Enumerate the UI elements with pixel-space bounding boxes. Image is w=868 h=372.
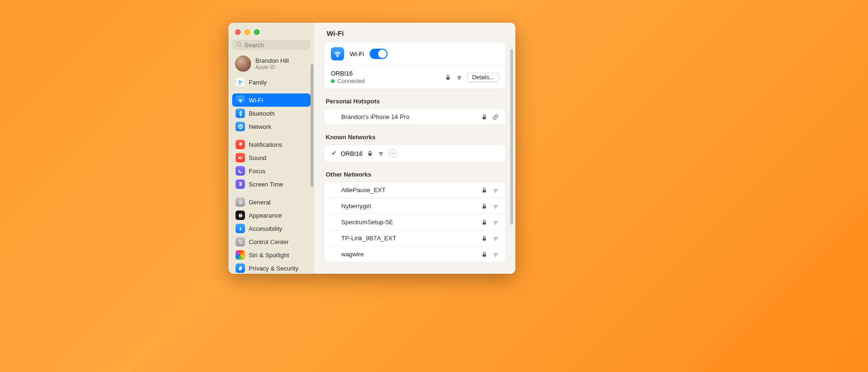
main-scrollbar[interactable] bbox=[510, 49, 513, 225]
search-input[interactable] bbox=[244, 42, 314, 49]
svg-point-11 bbox=[239, 240, 240, 241]
svg-point-31 bbox=[495, 239, 496, 240]
page-title: Wi-Fi bbox=[314, 23, 515, 42]
siri-icon bbox=[236, 250, 245, 260]
lock-icon bbox=[481, 235, 488, 242]
wifi-header-label: Wi-Fi bbox=[350, 51, 364, 58]
wifi-signal-icon bbox=[492, 235, 499, 242]
svg-point-12 bbox=[241, 242, 242, 243]
sidebar-item-appearance[interactable]: Appearance bbox=[232, 209, 311, 222]
other-network-row[interactable]: AlliePause_EXT bbox=[324, 182, 506, 198]
svg-point-3 bbox=[241, 81, 242, 82]
wifi-signal-icon bbox=[492, 219, 499, 226]
sidebar-item-accessibility[interactable]: Accessibility bbox=[232, 222, 311, 235]
svg-point-8 bbox=[240, 226, 241, 227]
details-button[interactable]: Details... bbox=[467, 73, 499, 82]
close-window-button[interactable] bbox=[235, 29, 241, 35]
user-name: Brandon Hill bbox=[255, 58, 289, 65]
sidebar-item-label: General bbox=[249, 199, 270, 206]
sidebar-item-focus[interactable]: Focus bbox=[232, 164, 311, 178]
wifi-signal-icon bbox=[492, 203, 499, 210]
svg-point-6 bbox=[239, 201, 241, 203]
system-settings-window: Brandon Hill Apple ID Family Wi-Fi bbox=[228, 23, 515, 274]
svg-rect-24 bbox=[483, 190, 486, 192]
lock-icon bbox=[481, 203, 488, 210]
wifi-toggle[interactable] bbox=[370, 49, 388, 59]
sidebar-scrollbar[interactable] bbox=[311, 64, 313, 187]
bluetooth-icon bbox=[236, 109, 245, 118]
checkmark-icon bbox=[331, 150, 337, 157]
hotspot-row[interactable]: Brandon's iPhone 14 Pro bbox=[324, 109, 506, 125]
more-options-button[interactable] bbox=[388, 149, 397, 158]
sidebar-item-siri[interactable]: Siri & Spotlight bbox=[232, 248, 311, 262]
hotspot-name: Brandon's iPhone 14 Pro bbox=[341, 113, 476, 120]
user-avatar-icon bbox=[235, 56, 251, 72]
lock-icon bbox=[481, 114, 488, 120]
sidebar-item-controlcenter[interactable]: Control Center bbox=[232, 235, 311, 248]
sidebar-item-sound[interactable]: Sound bbox=[232, 151, 311, 164]
sidebar-item-screentime[interactable]: Screen Time bbox=[232, 178, 311, 191]
lock-icon bbox=[481, 251, 488, 258]
sidebar-item-notifications[interactable]: Notifications bbox=[232, 138, 311, 151]
link-icon bbox=[492, 114, 499, 120]
other-network-row[interactable]: TP-Link_9B7A_EXT bbox=[324, 230, 506, 246]
search-icon bbox=[236, 41, 242, 49]
other-network-row[interactable]: SpectrumSetup-5E bbox=[324, 214, 506, 230]
svg-point-20 bbox=[380, 155, 381, 156]
sidebar-item-label: Family bbox=[249, 79, 267, 86]
other-network-row[interactable]: Nyberrygirl bbox=[324, 198, 506, 214]
sidebar-item-wifi[interactable]: Wi-Fi bbox=[232, 93, 311, 107]
wifi-signal-icon bbox=[492, 251, 499, 258]
svg-rect-28 bbox=[483, 222, 486, 224]
sidebar-item-label: Screen Time bbox=[249, 181, 283, 188]
section-title-known-networks: Known Networks bbox=[324, 132, 506, 144]
svg-rect-18 bbox=[483, 117, 486, 119]
current-status: Connected bbox=[337, 78, 365, 85]
sidebar-item-label: Wi-Fi bbox=[249, 97, 263, 104]
family-icon bbox=[236, 77, 245, 87]
sidebar-item-label: Network bbox=[249, 123, 271, 130]
sidebar-item-label: Bluetooth bbox=[249, 110, 275, 117]
wifi-signal-icon bbox=[456, 74, 463, 81]
svg-point-25 bbox=[495, 191, 496, 192]
network-name: AlliePause_EXT bbox=[341, 186, 476, 194]
minimize-window-button[interactable] bbox=[244, 29, 250, 35]
apple-id-row[interactable]: Brandon Hill Apple ID bbox=[232, 55, 311, 76]
sidebar-item-bluetooth[interactable]: Bluetooth bbox=[232, 107, 311, 120]
search-field[interactable] bbox=[232, 40, 311, 50]
main-pane: Wi-Fi Wi-Fi ORBI16 Connected bbox=[314, 23, 515, 274]
sliders-icon bbox=[236, 237, 245, 246]
svg-point-17 bbox=[459, 78, 460, 79]
lock-icon bbox=[481, 187, 488, 194]
network-name: TP-Link_9B7A_EXT bbox=[341, 235, 476, 242]
known-network-name: ORBI16 bbox=[341, 150, 362, 157]
sidebar-item-label: Control Center bbox=[249, 238, 289, 245]
svg-point-0 bbox=[237, 42, 241, 46]
lock-icon bbox=[481, 219, 488, 226]
user-subtitle: Apple ID bbox=[255, 64, 289, 70]
section-title-personal-hotspots: Personal Hotspots bbox=[324, 96, 506, 109]
sidebar-list: Family Wi-Fi Bluetooth bbox=[232, 76, 311, 274]
sidebar-item-label: Sound bbox=[249, 154, 267, 161]
lock-icon bbox=[445, 74, 451, 81]
network-name: SpectrumSetup-5E bbox=[341, 219, 476, 226]
current-network-row[interactable]: ORBI16 Connected Details... bbox=[324, 65, 506, 89]
svg-point-21 bbox=[391, 153, 392, 154]
sidebar-item-privacy[interactable]: Privacy & Security bbox=[232, 262, 311, 274]
svg-rect-32 bbox=[483, 254, 486, 256]
svg-point-2 bbox=[238, 80, 240, 82]
known-network-row[interactable]: ORBI16 bbox=[324, 145, 506, 162]
other-network-row[interactable]: wagwire bbox=[324, 246, 506, 262]
sidebar-item-label: Focus bbox=[249, 168, 265, 175]
svg-line-1 bbox=[240, 45, 241, 46]
hourglass-icon bbox=[236, 179, 245, 189]
wifi-status-card: Wi-Fi ORBI16 Connected bbox=[324, 42, 506, 89]
sidebar-item-general[interactable]: General bbox=[232, 195, 311, 209]
sidebar-item-family[interactable]: Family bbox=[232, 76, 311, 89]
zoom-window-button[interactable] bbox=[254, 29, 260, 35]
svg-rect-30 bbox=[483, 238, 486, 240]
svg-rect-19 bbox=[369, 153, 372, 155]
sidebar: Brandon Hill Apple ID Family Wi-Fi bbox=[228, 23, 314, 274]
sidebar-item-network[interactable]: Network bbox=[232, 120, 311, 133]
bell-icon bbox=[236, 140, 245, 149]
